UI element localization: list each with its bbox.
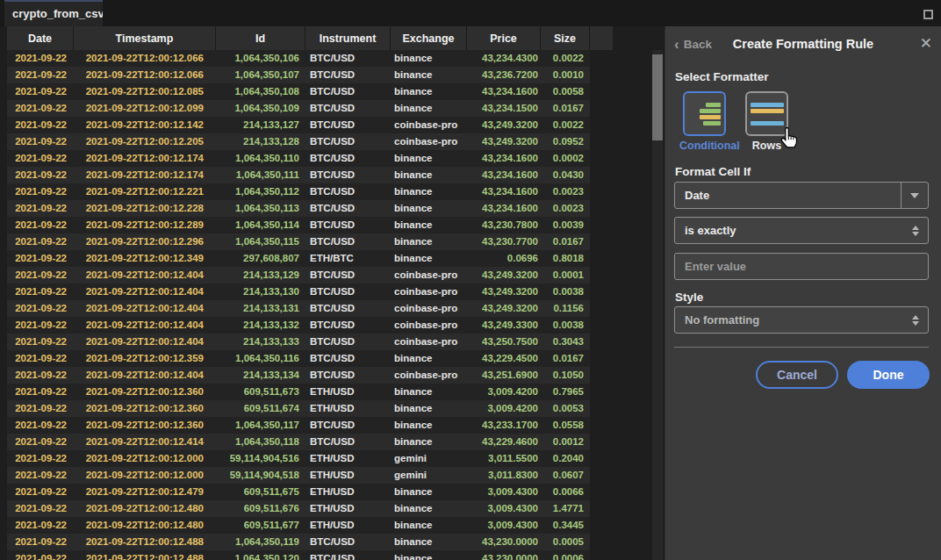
column-header-timestamp[interactable]: Timestamp [74,26,216,50]
table-cell: BTC/USD [305,284,391,300]
table-row[interactable]: 2021-09-222021-09-22T12:00:12.3601,064,3… [7,417,590,434]
back-button[interactable]: ‹ Back [674,38,712,51]
column-header-id[interactable]: Id [216,26,305,50]
table-cell: 43,249.3300 [467,317,541,334]
table-row[interactable]: 2021-09-222021-09-22T12:00:12.404214,133… [7,300,590,317]
chevron-down-icon [910,193,919,198]
table-row[interactable]: 2021-09-222021-09-22T12:00:12.0661,064,3… [7,50,590,67]
table-cell: 43,230.0000 [467,534,541,550]
table-cell: binance [391,200,467,217]
table-cell: 2021-09-22 [7,67,74,83]
table-cell: binance [391,534,467,550]
table-row[interactable]: 2021-09-222021-09-22T12:00:12.4141,064,3… [7,434,590,450]
table-row[interactable]: 2021-09-222021-09-22T12:00:12.360609,511… [7,384,590,400]
table-cell: ETH/USD [305,450,391,467]
table-cell: 1,064,350,118 [216,434,305,450]
table-cell: ETH/USD [305,500,391,517]
table-row[interactable]: 2021-09-222021-09-22T12:00:12.404214,133… [7,367,590,384]
table-row[interactable]: 2021-09-222021-09-22T12:00:12.404214,133… [7,317,590,334]
style-select[interactable]: No formatting [674,306,929,334]
column-select[interactable]: Date [674,182,929,209]
table-cell: 1.4771 [541,500,590,517]
table-cell: BTC/USD [305,117,391,133]
value-input[interactable] [674,253,929,280]
table-cell: 3,009.4300 [467,517,541,534]
table-cell: 2021-09-22T12:00:12.404 [74,284,216,300]
table-cell: 0.0167 [541,233,590,250]
table-row[interactable]: 2021-09-222021-09-22T12:00:12.4881,064,3… [7,550,590,560]
scrollbar-thumb[interactable] [652,54,663,140]
table-cell: 43,249.3200 [467,300,541,317]
column-header-instrument[interactable]: Instrument [305,26,391,50]
operator-select[interactable]: is exactly [674,217,929,244]
table-cell: BTC/USD [305,183,391,200]
table-row[interactable]: 2021-09-222021-09-22T12:00:12.2281,064,3… [7,200,590,217]
formatter-label-conditional[interactable]: Conditional [679,140,732,152]
table-cell: 1,064,350,110 [216,150,305,167]
column-header-date[interactable]: Date [7,26,74,50]
done-button[interactable]: Done [847,361,930,389]
table-row[interactable]: 2021-09-222021-09-22T12:00:12.360609,511… [7,400,590,417]
table-cell: 2021-09-22 [7,367,74,384]
table-cell: 0.0053 [541,400,590,417]
table-row[interactable]: 2021-09-222021-09-22T12:00:12.00059,114,… [7,450,590,467]
formatter-label-rows[interactable]: Rows [745,140,788,152]
column-header-size[interactable]: Size [541,26,590,50]
tab-crypto-from-csv[interactable]: crypto_from_csv [4,0,103,26]
formatter-option-rows[interactable] [745,91,788,136]
table-row[interactable]: 2021-09-222021-09-22T12:00:12.3591,064,3… [7,350,590,367]
table-cell: 2021-09-22T12:00:12.142 [74,117,216,133]
style-label: Style [675,291,703,304]
table-row[interactable]: 2021-09-222021-09-22T12:00:12.0661,064,3… [7,67,590,83]
table-row[interactable]: 2021-09-222021-09-22T12:00:12.1741,064,3… [7,150,590,167]
vertical-scrollbar[interactable] [652,50,663,560]
column-header-price[interactable]: Price [467,26,541,50]
table-cell: 2021-09-22T12:00:12.000 [74,467,216,484]
table-row[interactable]: 2021-09-222021-09-22T12:00:12.404214,133… [7,334,590,350]
table-cell: BTC/USD [305,550,391,560]
table-row[interactable]: 2021-09-222021-09-22T12:00:12.479609,511… [7,484,590,500]
table-cell: 1,064,350,111 [216,167,305,183]
table-cell: 1,064,350,108 [216,83,305,100]
cancel-button[interactable]: Cancel [756,361,838,389]
table-cell: BTC/USD [305,133,391,150]
table-row[interactable]: 2021-09-222021-09-22T12:00:12.480609,511… [7,517,590,534]
table-row[interactable]: 2021-09-222021-09-22T12:00:12.404214,133… [7,284,590,300]
table-cell: 43,249.3200 [467,117,541,133]
table-cell: binance [391,417,467,434]
table-row[interactable]: 2021-09-222021-09-22T12:00:12.404214,133… [7,267,590,284]
close-icon[interactable]: ✕ [920,37,932,51]
table-row[interactable]: 2021-09-222021-09-22T12:00:12.2961,064,3… [7,233,590,250]
table-row[interactable]: 2021-09-222021-09-22T12:00:12.205214,133… [7,133,590,150]
table-cell: 2021-09-22 [7,484,74,500]
column-header-filler [590,26,612,50]
table-row[interactable]: 2021-09-222021-09-22T12:00:12.00059,114,… [7,467,590,484]
table-row[interactable]: 2021-09-222021-09-22T12:00:12.349297,608… [7,250,590,267]
table-cell: 609,511,675 [216,484,305,500]
table-row[interactable]: 2021-09-222021-09-22T12:00:12.1741,064,3… [7,167,590,183]
maximize-window-icon[interactable] [923,10,933,19]
table-row[interactable]: 2021-09-222021-09-22T12:00:12.142214,133… [7,117,590,133]
divider [674,347,929,348]
table-cell: 2021-09-22T12:00:12.066 [74,50,216,67]
table-row[interactable]: 2021-09-222021-09-22T12:00:12.480609,511… [7,500,590,517]
table-cell: 0.0039 [541,217,590,233]
table-cell: 43,249.3200 [467,133,541,150]
table-row[interactable]: 2021-09-222021-09-22T12:00:12.4881,064,3… [7,534,590,550]
table-cell: 2021-09-22 [7,100,74,117]
table-cell: 3,011.5500 [467,450,541,467]
table-cell: 2021-09-22 [7,217,74,233]
table-cell: 297,608,807 [216,250,305,267]
table-cell: 43,234.4300 [467,50,541,67]
table-cell: 0.0430 [541,167,590,183]
table-cell: 43,249.3200 [467,284,541,300]
table-row[interactable]: 2021-09-222021-09-22T12:00:12.2891,064,3… [7,217,590,233]
table-cell: 2021-09-22 [7,384,74,400]
table-row[interactable]: 2021-09-222021-09-22T12:00:12.2211,064,3… [7,183,590,200]
table-row[interactable]: 2021-09-222021-09-22T12:00:12.0851,064,3… [7,83,590,100]
table-cell: 2021-09-22T12:00:12.221 [74,183,216,200]
formatter-option-conditional[interactable] [683,91,726,136]
table-row[interactable]: 2021-09-222021-09-22T12:00:12.0991,064,3… [7,100,590,117]
column-header-exchange[interactable]: Exchange [391,26,467,50]
table-cell: 43,233.1700 [467,417,541,434]
